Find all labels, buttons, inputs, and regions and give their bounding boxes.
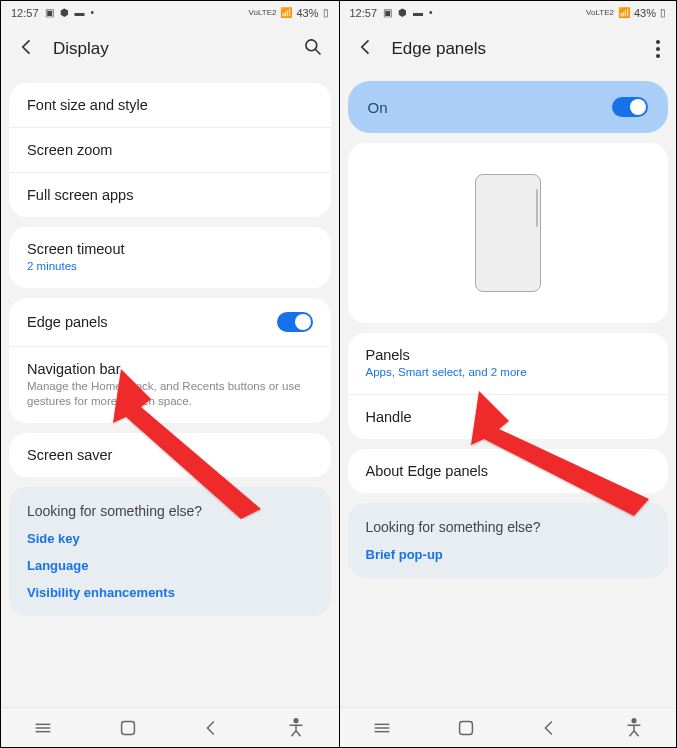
row-label: Screen timeout (27, 241, 313, 257)
preview-card (348, 143, 669, 323)
card-about: About Edge panels (348, 449, 669, 493)
link-language[interactable]: Language (9, 552, 331, 579)
looking-for-title: Looking for something else? (9, 487, 331, 525)
svg-point-15 (632, 718, 636, 722)
svg-rect-5 (121, 721, 134, 734)
svg-point-6 (294, 718, 298, 722)
nav-bar (340, 707, 677, 747)
row-about[interactable]: About Edge panels (348, 449, 669, 493)
content: Font size and style Screen zoom Full scr… (1, 73, 339, 707)
network-icon: VoLTE2 (249, 9, 277, 17)
accessibility-button[interactable] (285, 717, 307, 739)
status-time: 12:57 (350, 7, 378, 19)
edge-panels-toggle[interactable] (277, 312, 313, 332)
row-screen-timeout[interactable]: Screen timeout 2 minutes (9, 227, 331, 288)
svg-rect-14 (459, 721, 472, 734)
svg-line-10 (296, 730, 301, 736)
row-fullscreen-apps[interactable]: Full screen apps (9, 173, 331, 217)
link-side-key[interactable]: Side key (9, 525, 331, 552)
overflow-menu-icon[interactable] (656, 40, 660, 58)
home-button[interactable] (117, 717, 139, 739)
camera-icon: ▣ (383, 8, 392, 18)
battery-icon: ▯ (323, 8, 329, 18)
edge-panels-screen: 12:57 ▣ ⬢ ▬ • VoLTE2 📶 43% ▯ Edge panels… (339, 1, 677, 747)
chat-icon: ▬ (413, 8, 423, 18)
content: On Panels Apps, Smart select, and 2 more… (340, 73, 677, 707)
status-bar: 12:57 ▣ ⬢ ▬ • VoLTE2 📶 43% ▯ (1, 1, 339, 25)
card-panels: Panels Apps, Smart select, and 2 more Ha… (348, 333, 669, 439)
battery-icon: ▯ (660, 8, 666, 18)
row-label: About Edge panels (366, 463, 489, 479)
status-bar: 12:57 ▣ ⬢ ▬ • VoLTE2 📶 43% ▯ (340, 1, 677, 25)
header: Display (1, 25, 339, 73)
toggle-label: On (368, 99, 388, 116)
network-icon: VoLTE2 (586, 9, 614, 17)
header: Edge panels (340, 25, 677, 73)
back-button[interactable] (201, 717, 223, 739)
battery-text: 43% (296, 7, 318, 19)
phone-preview-icon (475, 174, 541, 292)
lock-icon: ⬢ (60, 8, 69, 18)
card-timeout: Screen timeout 2 minutes (9, 227, 331, 288)
card-display-basics: Font size and style Screen zoom Full scr… (9, 83, 331, 217)
card-looking-for: Looking for something else? Brief pop-up (348, 503, 669, 578)
link-visibility[interactable]: Visibility enhancements (9, 579, 331, 616)
battery-text: 43% (634, 7, 656, 19)
row-screen-saver[interactable]: Screen saver (9, 433, 331, 477)
svg-point-0 (305, 40, 316, 51)
chat-icon: ▬ (75, 8, 85, 18)
row-sublabel: 2 minutes (27, 259, 313, 274)
recents-button[interactable] (371, 717, 393, 739)
row-edge-panels[interactable]: Edge panels (9, 298, 331, 347)
row-panels[interactable]: Panels Apps, Smart select, and 2 more (348, 333, 669, 395)
nav-bar (1, 707, 339, 747)
recents-button[interactable] (32, 717, 54, 739)
looking-for-title: Looking for something else? (348, 503, 669, 541)
row-handle[interactable]: Handle (348, 395, 669, 439)
status-time: 12:57 (11, 7, 39, 19)
back-icon[interactable] (356, 37, 376, 61)
signal-icon: 📶 (618, 8, 630, 18)
row-sublabel: Apps, Smart select, and 2 more (366, 365, 651, 380)
svg-line-1 (315, 50, 320, 55)
home-button[interactable] (455, 717, 477, 739)
row-label: Panels (366, 347, 651, 363)
row-sublabel: Manage the Home, Back, and Recents butto… (27, 379, 313, 409)
row-font-size[interactable]: Font size and style (9, 83, 331, 128)
row-screen-zoom[interactable]: Screen zoom (9, 128, 331, 173)
display-settings-screen: 12:57 ▣ ⬢ ▬ • VoLTE2 📶 43% ▯ Display Fon… (1, 1, 339, 747)
more-icon: • (91, 8, 95, 18)
row-label: Edge panels (27, 314, 108, 330)
card-edge-nav: Edge panels Navigation bar Manage the Ho… (9, 298, 331, 423)
svg-line-19 (634, 730, 639, 736)
row-label: Navigation bar (27, 361, 313, 377)
search-icon[interactable] (303, 37, 323, 61)
back-button[interactable] (539, 717, 561, 739)
camera-icon: ▣ (45, 8, 54, 18)
row-label: Screen zoom (27, 142, 112, 158)
toggle-switch[interactable] (612, 97, 648, 117)
link-brief-popup[interactable]: Brief pop-up (348, 541, 669, 578)
accessibility-button[interactable] (623, 717, 645, 739)
page-title: Display (53, 39, 109, 59)
row-label: Handle (366, 409, 412, 425)
lock-icon: ⬢ (398, 8, 407, 18)
svg-line-9 (292, 730, 297, 736)
card-screensaver: Screen saver (9, 433, 331, 477)
more-icon: • (429, 8, 433, 18)
signal-icon: 📶 (280, 8, 292, 18)
master-toggle[interactable]: On (348, 81, 669, 133)
back-icon[interactable] (17, 37, 37, 61)
row-label: Font size and style (27, 97, 148, 113)
row-navigation-bar[interactable]: Navigation bar Manage the Home, Back, an… (9, 347, 331, 423)
card-looking-for: Looking for something else? Side key Lan… (9, 487, 331, 616)
svg-line-18 (629, 730, 634, 736)
row-label: Full screen apps (27, 187, 133, 203)
page-title: Edge panels (392, 39, 487, 59)
row-label: Screen saver (27, 447, 112, 463)
